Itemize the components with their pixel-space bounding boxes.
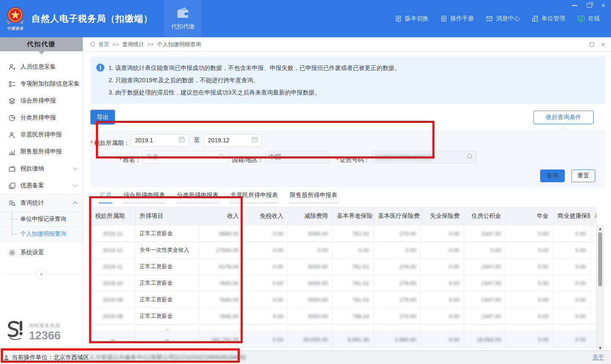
sidebar-subitem-personal-detail-query[interactable]: 个人扣缴明细查询 <box>0 226 83 241</box>
sidebar-item-label: 税款缴纳 <box>20 165 44 172</box>
table-cell: 18,564.00 <box>464 331 506 348</box>
table-cell: 5000.00 <box>288 292 333 308</box>
chevron-down-icon <box>73 165 77 170</box>
sidebar-item-nonresident-income[interactable]: 非居民所得申报 <box>0 126 83 143</box>
menu-manual[interactable]: 操作手册 <box>440 15 474 22</box>
menu-label: 操作手册 <box>450 15 474 22</box>
menu-message-center[interactable]: 消息中心 <box>486 15 520 22</box>
required-mark: * <box>120 156 122 163</box>
table-cell: -- <box>135 331 199 348</box>
content: i 1. 该查询统计表仅能查询已申报成功的数据，不包含未申报、申报失败，已申报但… <box>84 52 611 360</box>
panel-close-icon[interactable]: × <box>601 42 605 47</box>
table-cell: 全年一次性奖金收入 <box>135 242 199 258</box>
hotline-logo-icon <box>6 320 25 344</box>
table-cell: 7645.00 <box>199 292 244 308</box>
sidebar-subitem-unit-record-query[interactable]: 单位申报记录查询 <box>0 211 83 226</box>
table-cell: 0.00 <box>421 258 464 275</box>
menu-label: 版本切换 <box>405 15 429 22</box>
sidebar-item-special-deduction[interactable]: 专项附加扣除信息采集 <box>0 75 83 92</box>
sidebar-item-tax-payment[interactable]: 税款缴纳 <box>0 160 83 177</box>
sidebar-item-system-settings[interactable]: 系统设置 <box>0 244 83 261</box>
tab-summary[interactable]: 汇总 <box>99 192 112 203</box>
nationality-input[interactable]: 中国 <box>265 151 330 164</box>
tab-classified[interactable]: 分类所得申报表 <box>176 192 219 203</box>
hotline-block: 纳税服务热线 12366 <box>6 320 61 344</box>
info-icon: i <box>96 64 104 72</box>
table-cell: 9985.00 <box>199 225 244 242</box>
sidebar-collapse-button[interactable]: « <box>36 268 47 280</box>
query-button[interactable]: 查询 <box>540 169 565 182</box>
table-cell: 2019-08 <box>91 308 135 325</box>
menu-org-management[interactable]: 单位管理 <box>532 15 565 22</box>
column-header: 收入 <box>199 207 244 225</box>
table-cell: 0.00 <box>244 275 288 292</box>
export-button[interactable]: 导出 <box>90 110 115 125</box>
column-header: 税款所属期 <box>91 207 135 225</box>
sidebar-item-label: 非居民所得申报 <box>20 131 62 139</box>
table-cell: .. <box>135 325 199 331</box>
header-tab-withholding[interactable]: 代扣代缴 <box>164 0 202 37</box>
table-cell: 161,741.00 <box>199 331 244 348</box>
minimize-icon[interactable] <box>572 5 577 6</box>
table-cell: 798.24 <box>333 308 374 325</box>
table-cell: 0.00 <box>421 308 464 325</box>
table-cell: 正常工资薪金 <box>135 225 199 242</box>
table-cell: 0.00 <box>288 242 333 258</box>
tab-nonresident[interactable]: 非居民所得申报表 <box>230 192 279 203</box>
tab-restricted[interactable]: 限售股所得申报表 <box>289 192 338 203</box>
current-unit-name: 北京市西城区 <box>53 354 89 361</box>
period-from-input[interactable]: 2019.1 <box>131 134 189 147</box>
sidebar-item-personnel-info[interactable]: 人员信息采集 <box>0 58 83 75</box>
person-add-icon <box>8 64 16 71</box>
table-cell: 0.00 <box>553 308 591 325</box>
sidebar-menu: 人员信息采集专项附加扣除信息采集综合所得申报分类所得申报非居民所得申报限售股所得… <box>0 58 83 194</box>
period-to-input[interactable]: 2019.12 <box>204 134 262 147</box>
table-cell: 7645.00 <box>199 275 244 292</box>
table-cell: 2019-12 <box>91 242 135 258</box>
menu-online[interactable]: 在线 <box>577 15 600 22</box>
table-cell: 761.52 <box>333 275 374 292</box>
sidebar-header-caret-icon <box>39 51 45 58</box>
table-cell: 正常工资薪金 <box>135 308 199 325</box>
reset-button[interactable]: 重置 <box>572 169 595 182</box>
table-cell: 0.00 <box>506 275 553 292</box>
menu-version-switch[interactable]: 版本切换 <box>395 15 429 22</box>
hotline-number: 12366 <box>29 330 61 342</box>
column-header: 失业保险费 <box>421 207 464 225</box>
period-to-word: 至 <box>194 136 200 144</box>
table-cell <box>591 331 597 348</box>
vertical-scrollbar[interactable]: ▲ ▼ <box>597 225 604 351</box>
name-input[interactable]: 马某 <box>143 151 229 164</box>
breadcrumb-home[interactable]: 首页 <box>98 41 109 48</box>
scroll-down-icon[interactable]: ▼ <box>597 346 603 350</box>
search-icon <box>219 153 225 161</box>
sidebar-item-restricted-stock[interactable]: 限售股所得申报 <box>0 143 83 160</box>
hotline-label: 纳税服务热线 <box>29 322 61 329</box>
table-cell <box>553 325 591 331</box>
table-cell <box>591 325 597 331</box>
restore-icon[interactable] <box>587 3 592 8</box>
table-cell: 0.00 <box>553 331 591 348</box>
table-cell <box>421 325 464 331</box>
sidebar-item-preferential-filing[interactable]: 优惠备案 <box>0 177 83 194</box>
panel-maximize-icon[interactable] <box>590 42 594 47</box>
sidebar-item-query-stats[interactable]: 查询统计 <box>0 195 83 211</box>
id-number-input[interactable]: 110502199304222129 <box>371 151 477 164</box>
column-header: 商业健康保险 <box>553 207 591 225</box>
table-cell: 正常工资薪金 <box>135 275 199 292</box>
table-cell: 8,991.36 <box>333 331 374 348</box>
about-link[interactable]: 关于 <box>592 354 604 361</box>
sidebar-item-classified-income[interactable]: 分类所得申报 <box>0 109 83 126</box>
table-cell <box>506 325 553 331</box>
breadcrumb-separator: >> <box>147 42 154 47</box>
scroll-up-icon[interactable]: ▲ <box>597 227 603 231</box>
chevron-down-icon <box>73 182 77 187</box>
sidebar-item-comprehensive-income[interactable]: 综合所得申报 <box>0 92 83 109</box>
breadcrumb: 首页 >> 查询统计 >> 个人扣缴明细查询 × <box>84 37 611 52</box>
sidebar-item-label: 系统设置 <box>20 249 44 256</box>
building-icon <box>532 15 538 22</box>
close-icon[interactable]: × <box>601 3 605 8</box>
vertical-scroll-thumb[interactable] <box>598 232 602 286</box>
tab-comprehensive[interactable]: 综合所得申报表 <box>123 192 166 203</box>
collapse-query-button[interactable]: 收折查询条件 <box>533 111 594 124</box>
